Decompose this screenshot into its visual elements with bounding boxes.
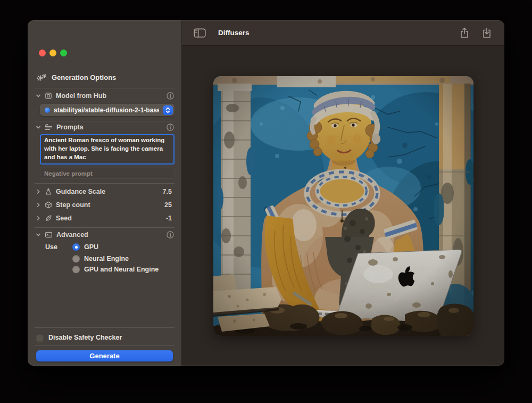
generated-image[interactable] bbox=[213, 76, 473, 336]
chevron-right-icon bbox=[36, 202, 41, 208]
chevron-down-icon bbox=[36, 93, 41, 98]
seed-row[interactable]: Seed -1 bbox=[36, 213, 174, 223]
sidebar-toggle-icon bbox=[194, 28, 206, 38]
model-select-value: stabilityai/stable-diffusion-2-1-base bbox=[54, 106, 159, 114]
toggle-sidebar-button[interactable] bbox=[192, 26, 207, 40]
window-title: Diffusers bbox=[218, 29, 250, 37]
compute-option-gpu[interactable]: GPU bbox=[72, 243, 98, 251]
divider bbox=[35, 183, 174, 184]
sidebar: Generation Options Model from Hub stabil… bbox=[28, 20, 182, 366]
terminal-icon bbox=[45, 231, 53, 238]
radio-icon[interactable] bbox=[72, 243, 80, 251]
step-count-label: Step count bbox=[56, 201, 90, 209]
close-window-button[interactable] bbox=[39, 50, 46, 56]
guidance-scale-row[interactable]: Guidance Scale 7.5 bbox=[36, 187, 174, 196]
select-stepper-icon bbox=[163, 105, 173, 115]
negative-prompt-input[interactable] bbox=[40, 168, 174, 179]
guidance-scale-label: Guidance Scale bbox=[56, 188, 105, 195]
chevron-right-icon bbox=[36, 189, 41, 194]
seed-value: -1 bbox=[166, 215, 172, 222]
prompts-section-row[interactable]: Prompts bbox=[36, 122, 174, 131]
divider bbox=[35, 227, 174, 228]
compute-option-label: GPU bbox=[84, 243, 98, 251]
traffic-lights bbox=[39, 50, 67, 56]
checkbox-icon[interactable] bbox=[36, 334, 44, 341]
image-canvas bbox=[182, 46, 504, 366]
model-section-row[interactable]: Model from Hub bbox=[36, 91, 174, 100]
save-download-icon bbox=[482, 27, 492, 38]
share-icon bbox=[460, 27, 469, 38]
chip-icon bbox=[45, 92, 52, 100]
divider bbox=[35, 88, 174, 88]
quote-icon bbox=[45, 124, 53, 131]
compute-option-label: Neural Engine bbox=[84, 255, 129, 262]
model-status-dot-icon bbox=[45, 108, 50, 113]
chevron-down-icon bbox=[36, 232, 41, 237]
share-button[interactable] bbox=[457, 26, 472, 40]
sidebar-header: Generation Options bbox=[36, 73, 116, 81]
main-area: Diffusers bbox=[182, 20, 504, 366]
cube-icon bbox=[45, 201, 52, 209]
divider bbox=[35, 327, 174, 328]
radio-icon[interactable] bbox=[72, 255, 80, 262]
model-select[interactable]: stabilityai/stable-diffusion-2-1-base bbox=[40, 104, 174, 116]
radio-icon[interactable] bbox=[72, 266, 80, 273]
step-count-value: 25 bbox=[164, 201, 172, 209]
scale-icon bbox=[45, 188, 52, 195]
save-button[interactable] bbox=[479, 26, 494, 40]
compute-option-label: GPU and Neural Engine bbox=[84, 266, 159, 273]
info-icon[interactable] bbox=[166, 231, 174, 239]
generate-button[interactable]: Generate bbox=[36, 350, 173, 361]
advanced-section-row[interactable]: Advanced bbox=[36, 230, 174, 239]
divider bbox=[35, 121, 174, 121]
gears-icon bbox=[36, 73, 47, 81]
advanced-label: Advanced bbox=[56, 231, 88, 238]
zoom-window-button[interactable] bbox=[60, 50, 67, 56]
info-icon[interactable] bbox=[166, 123, 174, 131]
chevron-right-icon bbox=[36, 216, 41, 221]
prompts-label: Prompts bbox=[56, 124, 84, 131]
chevron-down-icon bbox=[36, 125, 41, 130]
step-count-row[interactable]: Step count 25 bbox=[36, 200, 174, 209]
compute-option-neural-engine[interactable]: Neural Engine bbox=[72, 254, 129, 263]
model-label: Model from Hub bbox=[56, 92, 106, 100]
sidebar-title: Generation Options bbox=[52, 73, 116, 81]
prompt-input[interactable]: Ancient Roman fresco of woman working wi… bbox=[40, 134, 174, 165]
main-toolbar: Diffusers bbox=[182, 20, 504, 46]
safety-checker-label: Disable Safety Checker bbox=[48, 334, 122, 341]
guidance-scale-value: 7.5 bbox=[163, 188, 172, 195]
leaf-icon bbox=[45, 215, 52, 222]
divider bbox=[35, 346, 174, 346]
seed-label: Seed bbox=[56, 215, 72, 222]
app-window: Generation Options Model from Hub stabil… bbox=[28, 20, 504, 366]
safety-checker-row[interactable]: Disable Safety Checker bbox=[36, 334, 122, 341]
info-icon[interactable] bbox=[166, 92, 174, 100]
fresco-illustration bbox=[213, 76, 473, 336]
use-label: Use bbox=[45, 243, 57, 251]
minimize-window-button[interactable] bbox=[49, 50, 56, 56]
compute-option-gpu-and-neural-engine[interactable]: GPU and Neural Engine bbox=[72, 265, 159, 274]
